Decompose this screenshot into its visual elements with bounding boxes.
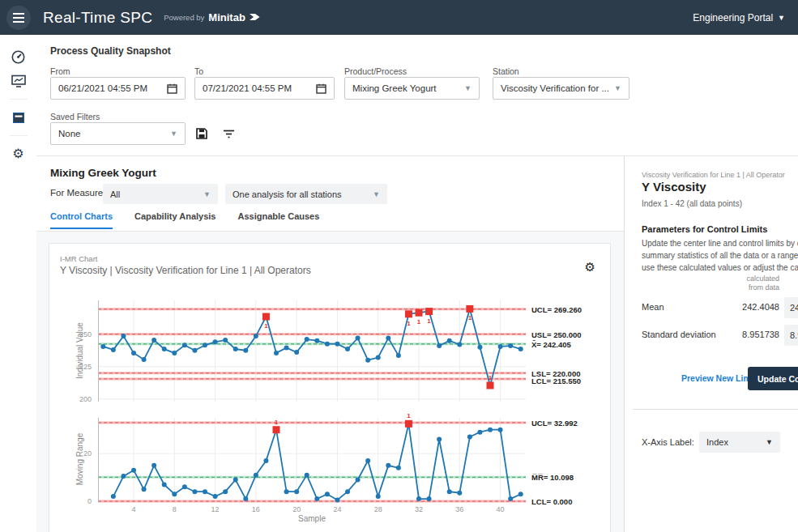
sidebar-item-products[interactable] [0, 105, 36, 130]
stddev-calculated-value: 8.951738 [642, 330, 779, 339]
tab-assignable-causes[interactable]: Assignable Causes [237, 211, 319, 229]
to-date-value: 07/21/2021 04:55 PM [203, 83, 292, 93]
x-tick-label: 12 [205, 505, 226, 513]
y-tick-label: 0 [61, 497, 92, 505]
svg-text:1: 1 [407, 320, 411, 327]
saved-filters-select[interactable]: None ▼ [50, 122, 186, 145]
main-content: Mixing Greek Yogurt For Measure: All ▼ O… [36, 156, 624, 532]
y-tick-label: 200 [61, 395, 92, 403]
limit-line-label: LCL= 215.550 [531, 376, 581, 385]
left-sidebar: ⚙ [0, 35, 36, 532]
index-note: Index 1 - 42 (all data points) [642, 199, 742, 208]
panel-title: Y Viscosity [642, 180, 706, 194]
x-axis-select[interactable]: Index ▼ [699, 432, 780, 453]
measure-select[interactable]: All ▼ [103, 184, 218, 204]
x-tick-label: 36 [449, 505, 470, 513]
mrchart-y-axis-title: Moving Range [75, 433, 84, 485]
x-axis-value: Index [706, 437, 728, 447]
x-tick-label: 40 [490, 505, 511, 513]
process-title: Mixing Greek Yogurt [50, 167, 156, 179]
analysis-value: One analysis for all stations [233, 189, 342, 199]
calendar-icon [316, 83, 326, 94]
analysis-select[interactable]: One analysis for all stations ▼ [225, 184, 387, 204]
limit-line-label: UCL= 269.260 [531, 304, 582, 313]
tab-bar: Control Charts Capability Analysis Assig… [50, 211, 319, 229]
calendar-icon [167, 83, 177, 94]
filter-options-button[interactable] [219, 124, 238, 143]
product-select[interactable]: Mixing Greek Yogurt ▼ [344, 77, 480, 100]
section-title: Process Quality Snapshot [50, 45, 171, 57]
station-value: Viscosity Verification for ... [501, 83, 609, 93]
brand-name: Minitab [208, 11, 245, 23]
measure-value: All [110, 189, 120, 199]
stddev-input[interactable]: 8.951738 [784, 325, 798, 346]
right-panel: Viscosity Verification for Line 1 | All … [624, 156, 798, 532]
from-label: From [50, 66, 70, 76]
for-measure-label: For Measure: [50, 188, 105, 198]
monitor-chart-icon [11, 74, 27, 88]
svg-text:1: 1 [264, 322, 268, 330]
portal-switcher[interactable]: Engineering Portal ▼ [693, 12, 785, 23]
from-date-value: 06/21/2021 04:55 PM [58, 83, 147, 93]
portal-label: Engineering Portal [693, 12, 773, 23]
sidebar-divider [10, 135, 28, 136]
sidebar-item-charts[interactable] [0, 69, 36, 93]
chevron-down-icon: ▼ [766, 438, 773, 446]
tab-capability-analysis[interactable]: Capability Analysis [134, 211, 216, 229]
svg-text:1: 1 [417, 318, 421, 326]
chevron-down-icon: ▼ [170, 130, 177, 138]
limit-line-label: USL= 250.000 [531, 330, 582, 338]
svg-text:1: 1 [275, 419, 279, 426]
x-tick-label: 8 [164, 505, 185, 513]
svg-text:1: 1 [427, 317, 431, 325]
chevron-down-icon: ▼ [778, 14, 785, 22]
sidebar-item-dashboard[interactable] [0, 45, 36, 69]
product-value: Mixing Greek Yogurt [352, 83, 437, 93]
hamburger-menu-icon[interactable] [6, 6, 31, 30]
x-axis-label: X-Axis Label: [642, 437, 694, 447]
sidebar-divider [10, 99, 28, 100]
from-date-input[interactable]: 06/21/2021 04:55 PM [50, 77, 186, 100]
update-control-limits-button[interactable]: Update Control [748, 367, 798, 390]
app-header: Real-Time SPC Powered by Minitab Enginee… [0, 0, 798, 35]
gear-icon: ⚙ [12, 147, 23, 160]
chart-background: I-MR Chart Y Viscosity | Viscosity Verif… [36, 232, 624, 532]
station-label: Station [493, 66, 519, 76]
x-axis-title: Sample [98, 514, 526, 523]
limit-line-label: LCL= 0.000 [531, 497, 572, 506]
calculated-from-data-header: calculated from data [642, 275, 779, 292]
x-tick-label: 16 [245, 505, 267, 513]
limit-line-label: M̅R̅= 10.098 [531, 473, 574, 482]
chevron-down-icon: ▼ [614, 84, 621, 92]
filter-icon [223, 129, 235, 139]
divider [633, 409, 798, 410]
x-tick-label: 20 [286, 505, 307, 513]
mean-input[interactable]: 242.4048 [784, 297, 798, 318]
svg-text:1: 1 [468, 314, 472, 321]
minitab-logo-icon [249, 11, 261, 26]
sidebar-item-settings[interactable]: ⚙ [0, 142, 36, 166]
station-select[interactable]: Viscosity Verification for ... ▼ [493, 77, 629, 100]
to-date-input[interactable]: 07/21/2021 04:55 PM [194, 77, 335, 100]
chart-area: Individual Value Moving Range 111111 11 … [49, 244, 610, 532]
app-title: Real-Time SPC [43, 9, 152, 27]
save-filter-button[interactable] [192, 124, 211, 143]
archive-box-icon [11, 111, 26, 125]
moving-range-chart-plot: 11 [98, 418, 526, 501]
svg-text:1: 1 [407, 412, 411, 419]
params-description: Update the center line and control limit… [642, 237, 798, 274]
params-title: Parameters for Control Limits [642, 224, 767, 234]
limit-line-label: X̄= 242.405 [531, 339, 571, 348]
product-label: Product/Process [344, 66, 407, 76]
x-tick-label: 28 [368, 505, 389, 513]
y-tick-label: 20 [61, 449, 92, 458]
imr-chart-card: I-MR Chart Y Viscosity | Viscosity Verif… [49, 243, 611, 532]
mean-calculated-value: 242.4048 [642, 302, 779, 312]
saved-filters-label: Saved Filters [50, 112, 100, 121]
to-label: To [194, 66, 203, 76]
panel-subtitle: Viscosity Verification for Line 1 | All … [642, 171, 785, 179]
svg-text:1: 1 [489, 374, 493, 381]
x-tick-label: 32 [408, 505, 429, 513]
chevron-down-icon: ▼ [464, 84, 472, 92]
tab-control-charts[interactable]: Control Charts [50, 211, 113, 229]
